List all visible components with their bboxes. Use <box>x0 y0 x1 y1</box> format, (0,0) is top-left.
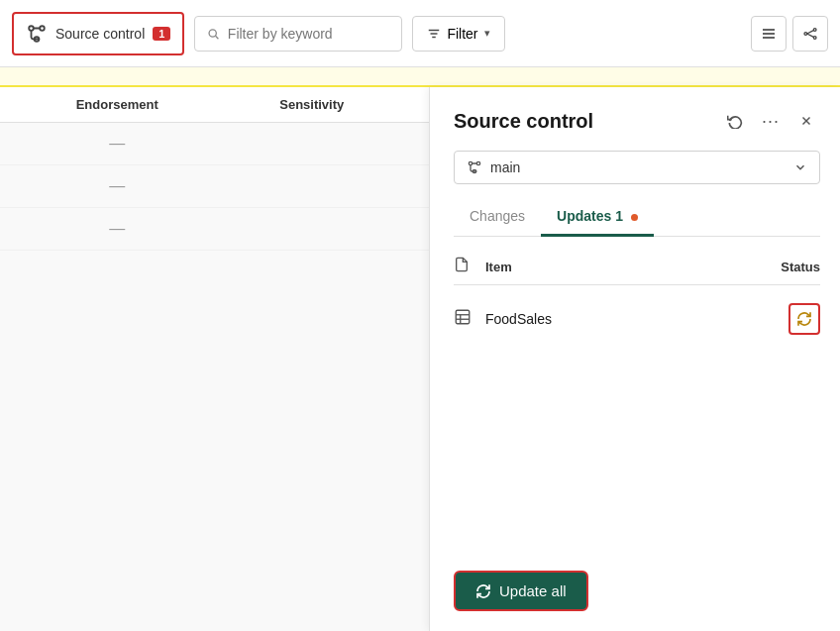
table-header: Endorsement Sensitivity <box>0 87 429 123</box>
panel-title: Source control <box>454 110 721 133</box>
source-control-button[interactable]: Source control 1 <box>12 12 184 55</box>
filter-icon <box>427 27 441 41</box>
filter-chevron: ▾ <box>484 27 490 40</box>
update-all-container: Update all <box>454 547 820 611</box>
search-icon <box>207 27 219 41</box>
search-box <box>194 16 402 52</box>
tab-changes[interactable]: Changes <box>454 200 541 237</box>
branch-icon <box>467 159 482 175</box>
main-area: Endorsement Sensitivity — — — Source con… <box>0 87 840 631</box>
toolbar: Source control 1 Filter ▾ <box>0 0 840 67</box>
item-type-icon <box>454 308 485 330</box>
panel-header-icons: ··· <box>721 107 820 135</box>
toolbar-right-icons <box>751 16 828 52</box>
svg-point-3 <box>209 29 216 36</box>
network-view-button[interactable] <box>792 16 828 52</box>
svg-line-15 <box>807 34 814 37</box>
update-all-label: Update all <box>499 582 567 599</box>
tab-updates[interactable]: Updates 1 <box>541 200 654 237</box>
update-all-button[interactable]: Update all <box>454 571 588 611</box>
spacer <box>454 345 820 547</box>
table-row: — <box>0 165 429 208</box>
svg-point-11 <box>804 32 807 35</box>
item-name: FoodSales <box>485 311 788 327</box>
chevron-down-icon <box>793 160 807 174</box>
refresh-button[interactable] <box>721 107 749 135</box>
filter-button[interactable]: Filter ▾ <box>412 16 504 52</box>
svg-line-4 <box>216 36 219 39</box>
svg-line-14 <box>807 30 814 33</box>
search-input[interactable] <box>228 26 390 42</box>
table-row: — <box>0 123 429 165</box>
close-icon <box>799 114 813 128</box>
svg-rect-21 <box>456 310 470 324</box>
col-sensitivity-header: Sensitivity <box>215 97 410 112</box>
more-icon: ··· <box>762 111 780 132</box>
more-options-button[interactable]: ··· <box>757 107 785 135</box>
yellow-banner <box>0 67 840 87</box>
item-col-status-header: Status <box>751 260 820 274</box>
col-endorsement-header: Endorsement <box>20 97 215 112</box>
item-col-name-header: Item <box>485 260 751 274</box>
refresh-icon <box>727 113 743 129</box>
svg-point-13 <box>813 36 816 39</box>
network-view-icon <box>802 26 818 42</box>
filter-label: Filter <box>447 26 477 42</box>
endorsement-value: — <box>20 135 215 153</box>
branch-name: main <box>490 159 786 175</box>
list-view-button[interactable] <box>751 16 787 52</box>
tab-updates-dot <box>631 214 638 221</box>
item-status-icon <box>788 303 820 335</box>
tabs: Changes Updates 1 <box>454 200 820 237</box>
svg-point-18 <box>469 161 472 164</box>
source-control-badge: 1 <box>153 27 170 41</box>
svg-point-19 <box>476 161 479 164</box>
panel-header: Source control ··· <box>454 107 820 135</box>
svg-point-1 <box>40 26 45 31</box>
source-control-panel: Source control ··· <box>429 87 840 631</box>
branch-dropdown[interactable]: main <box>454 151 820 184</box>
close-panel-button[interactable] <box>792 107 820 135</box>
svg-point-12 <box>813 28 816 31</box>
item-table-header: Item Status <box>454 257 820 285</box>
tab-updates-label: Updates 1 <box>557 208 623 224</box>
sync-status-icon <box>796 311 812 327</box>
item-row-foodsales: FoodSales <box>454 293 820 345</box>
endorsement-value: — <box>20 177 215 195</box>
git-icon <box>26 23 48 45</box>
item-col-icon-header <box>454 257 485 276</box>
svg-point-0 <box>29 26 34 31</box>
update-all-icon <box>475 583 491 599</box>
table-row: — <box>0 208 429 251</box>
tab-changes-label: Changes <box>470 208 525 224</box>
source-control-label: Source control <box>55 26 145 42</box>
left-panel: Endorsement Sensitivity — — — <box>0 87 429 631</box>
list-view-icon <box>761 26 777 42</box>
endorsement-value: — <box>20 220 215 238</box>
dataset-icon <box>454 308 472 326</box>
file-icon-header <box>454 257 470 272</box>
